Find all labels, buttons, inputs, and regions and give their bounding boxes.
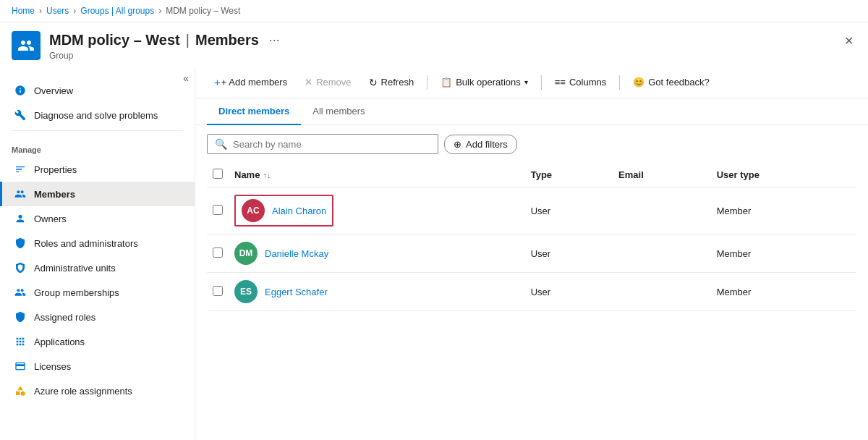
nav-section-manage: Manage bbox=[0, 134, 195, 157]
th-user-type: User type bbox=[711, 163, 856, 187]
title-separator: | bbox=[186, 32, 190, 48]
table-header-row: Name ↑↓ Type Email User type bbox=[207, 163, 856, 187]
th-checkbox bbox=[207, 163, 229, 187]
group-name: MDM policy – West bbox=[49, 32, 180, 48]
toolbar: + + Add members ✕ Remove ↻ Refresh 📋 Bul… bbox=[195, 67, 868, 98]
sidebar: « Overview Diagnose and solve problems M… bbox=[0, 67, 195, 440]
sidebar-item-members[interactable]: Members bbox=[0, 182, 195, 206]
columns-label: Columns bbox=[569, 77, 606, 88]
tab-all-members[interactable]: All members bbox=[301, 98, 376, 125]
sidebar-item-overview[interactable]: Overview bbox=[0, 78, 195, 103]
row3-checkbox-cell bbox=[207, 273, 229, 311]
sidebar-item-owners-label: Owners bbox=[34, 213, 67, 224]
row1-name-link[interactable]: Alain Charon bbox=[272, 206, 326, 216]
row2-checkbox[interactable] bbox=[213, 248, 223, 258]
sidebar-item-group-memberships[interactable]: Group memberships bbox=[0, 280, 195, 305]
row2-checkbox-cell bbox=[207, 234, 229, 273]
search-input[interactable] bbox=[233, 139, 430, 150]
th-name-label: Name bbox=[234, 169, 260, 180]
add-filters-label: Add filters bbox=[466, 139, 508, 150]
sidebar-collapse-button[interactable]: « bbox=[180, 69, 192, 87]
row2-name-link[interactable]: Danielle Mckay bbox=[265, 248, 328, 259]
roles-icon bbox=[14, 237, 27, 250]
sidebar-item-group-memberships-label: Group memberships bbox=[34, 287, 119, 298]
sidebar-item-licenses[interactable]: Licenses bbox=[0, 354, 195, 378]
table-row: DM Danielle Mckay User Member bbox=[207, 234, 856, 273]
row3-email bbox=[613, 273, 711, 311]
row1-email bbox=[613, 187, 711, 234]
breadcrumb-groups[interactable]: Groups | All groups bbox=[80, 6, 154, 16]
row3-avatar: ES bbox=[234, 280, 258, 303]
group-icon bbox=[12, 31, 41, 60]
table-row: ES Eggert Schafer User Member bbox=[207, 273, 856, 311]
row1-user-type: Member bbox=[711, 187, 856, 234]
main-layout: « Overview Diagnose and solve problems M… bbox=[0, 67, 868, 440]
add-members-label: + Add members bbox=[221, 77, 287, 88]
header-title-group: MDM policy – West | Members ··· Group bbox=[49, 31, 833, 61]
refresh-button[interactable]: ↻ Refresh bbox=[362, 73, 422, 92]
sidebar-item-diagnose-label: Diagnose and solve problems bbox=[34, 110, 158, 121]
close-button[interactable]: ✕ bbox=[841, 31, 856, 51]
page-header: MDM policy – West | Members ··· Group ✕ bbox=[0, 22, 868, 67]
breadcrumb-users[interactable]: Users bbox=[46, 6, 69, 16]
ellipsis-button[interactable]: ··· bbox=[265, 31, 284, 49]
row3-name-link[interactable]: Eggert Schafer bbox=[265, 287, 328, 297]
page-title: MDM policy – West | Members ··· bbox=[49, 31, 833, 49]
svg-rect-1 bbox=[16, 392, 20, 395]
breadcrumb: Home › Users › Groups | All groups › MDM… bbox=[0, 0, 868, 22]
sort-icon[interactable]: ↑↓ bbox=[263, 171, 271, 179]
columns-button[interactable]: ≡≡ Columns bbox=[548, 73, 613, 91]
remove-label: Remove bbox=[316, 77, 351, 88]
assigned-roles-icon bbox=[14, 310, 27, 323]
row2-avatar: DM bbox=[234, 242, 258, 265]
sidebar-item-admin-units[interactable]: Administrative units bbox=[0, 255, 195, 280]
sidebar-item-applications[interactable]: Applications bbox=[0, 329, 195, 354]
got-feedback-label: Got feedback? bbox=[648, 77, 710, 88]
row1-avatar: AC bbox=[242, 199, 265, 222]
sidebar-item-applications-label: Applications bbox=[34, 337, 85, 347]
add-members-button[interactable]: + + Add members bbox=[207, 72, 294, 92]
refresh-icon: ↻ bbox=[369, 77, 378, 88]
breadcrumb-home[interactable]: Home bbox=[12, 6, 35, 16]
sidebar-item-properties-label: Properties bbox=[34, 164, 77, 175]
header-subtitle: Group bbox=[49, 51, 833, 61]
row2-email bbox=[613, 234, 711, 273]
toolbar-separator-2 bbox=[541, 75, 542, 90]
wrench-icon bbox=[14, 109, 27, 122]
feedback-icon: 😊 bbox=[633, 77, 644, 88]
admin-units-icon bbox=[14, 261, 27, 274]
bulk-ops-icon: 📋 bbox=[441, 77, 452, 88]
columns-icon: ≡≡ bbox=[555, 77, 566, 88]
members-table: Name ↑↓ Type Email User type bbox=[207, 163, 856, 311]
sidebar-item-assigned-roles[interactable]: Assigned roles bbox=[0, 305, 195, 329]
remove-icon: ✕ bbox=[305, 77, 312, 88]
sidebar-item-diagnose[interactable]: Diagnose and solve problems bbox=[0, 103, 195, 127]
add-filters-button[interactable]: ⊕ Add filters bbox=[444, 135, 517, 154]
refresh-label: Refresh bbox=[381, 77, 414, 88]
content-area: + + Add members ✕ Remove ↻ Refresh 📋 Bul… bbox=[195, 67, 868, 440]
row3-user-type: Member bbox=[711, 273, 856, 311]
bulk-operations-label: Bulk operations bbox=[456, 77, 521, 88]
th-type: Type bbox=[525, 163, 613, 187]
select-all-checkbox[interactable] bbox=[213, 169, 223, 179]
got-feedback-button[interactable]: 😊 Got feedback? bbox=[626, 73, 717, 91]
bulk-operations-button[interactable]: 📋 Bulk operations ▾ bbox=[433, 73, 535, 91]
sidebar-item-roles[interactable]: Roles and administrators bbox=[0, 231, 195, 255]
search-box[interactable]: 🔍 bbox=[207, 134, 438, 154]
tab-direct-members[interactable]: Direct members bbox=[207, 98, 301, 125]
sidebar-item-overview-label: Overview bbox=[34, 85, 73, 96]
tabs: Direct members All members bbox=[195, 98, 868, 125]
sidebar-item-assigned-roles-label: Assigned roles bbox=[34, 312, 95, 323]
sidebar-item-owners[interactable]: Owners bbox=[0, 206, 195, 231]
sidebar-item-azure-roles[interactable]: Azure role assignments bbox=[0, 378, 195, 403]
remove-button[interactable]: ✕ Remove bbox=[297, 73, 358, 91]
row1-checkbox-cell bbox=[207, 187, 229, 234]
sidebar-item-properties[interactable]: Properties bbox=[0, 157, 195, 182]
table-row: AC Alain Charon User Member bbox=[207, 187, 856, 234]
filter-row: 🔍 ⊕ Add filters bbox=[195, 125, 868, 163]
row1-name-cell: AC Alain Charon bbox=[229, 187, 525, 234]
row2-user-type: Member bbox=[711, 234, 856, 273]
row3-checkbox[interactable] bbox=[213, 286, 223, 296]
members-icon bbox=[14, 187, 27, 200]
row1-checkbox[interactable] bbox=[213, 205, 223, 215]
